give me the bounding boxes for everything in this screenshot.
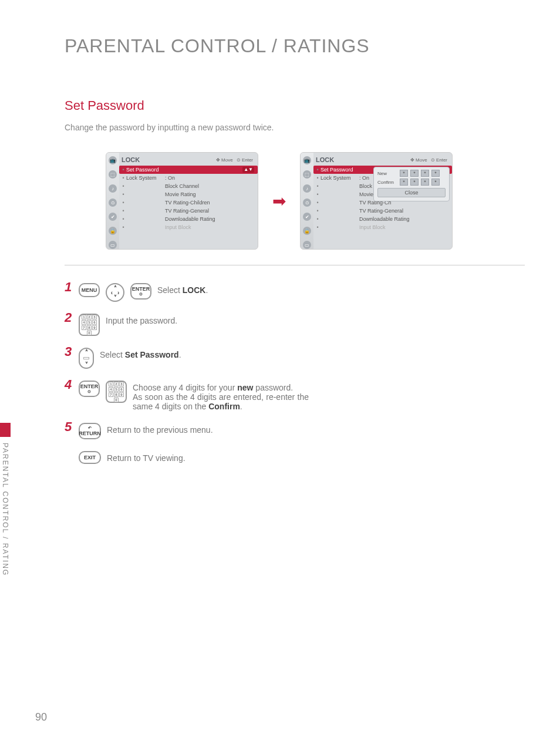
remote-return-button[interactable]: ↶ RETURN [79,423,101,439]
down-icon: ˅ [85,361,88,368]
tv-general-label: TV Rating-General [359,208,403,214]
up-icon: ˄ [85,349,88,355]
arrow-right-icon: ➡ [272,191,286,211]
step-4-text: Choose any 4 digits for your new passwor… [133,381,309,411]
menu-item-tv-general[interactable]: •TV Rating-General [119,207,258,215]
screen-title: LOCK [316,156,334,163]
remote-number-pad[interactable]: 123 456 789 0 [106,381,127,403]
return-icon: ↶ [88,426,92,430]
enter-icon: ⊙ [431,157,435,163]
move-label: Move [416,157,427,163]
sidebar-channel-icon: 📺 [109,156,117,164]
tv-general-label: TV Rating-General [165,208,209,214]
step-3-text: Select Set Password. [100,348,181,359]
lock-menu-screen-before: 📺 ⬚ ♪ ⊙ ✔ 🔒 ▭ LOCK ✥ Move ⊙ Enter [106,152,258,250]
enter-icon: ⊙ [237,157,241,163]
password-digit-new-2[interactable]: * [410,170,419,177]
password-digit-new-3[interactable]: * [421,170,429,177]
popup-new-label: New [377,171,397,176]
move-icon: ✥ [410,157,414,163]
remote-enter-button[interactable]: ENTER ⊙ [79,381,100,397]
sidebar-audio-icon: ♪ [109,184,117,193]
enter-button-sub: ⊙ [87,389,91,394]
screenshot-row: 📺 ⬚ ♪ ⊙ ✔ 🔒 ▭ LOCK ✥ Move ⊙ Enter [106,152,525,250]
lock-system-value: : On [359,175,369,181]
sidebar-input-icon: ▭ [109,241,117,249]
menu-item-set-password[interactable]: •Set Password ▲▼ [119,166,258,174]
block-channel-label: Block Channel [165,183,199,189]
screen-title: LOCK [122,156,140,163]
step-number-4: 4 [65,379,73,390]
menu-item-downloadable[interactable]: •Downloadable Rating [313,215,452,223]
password-digit-new-4[interactable]: * [431,170,440,177]
side-tab-marker [0,423,11,437]
tv-children-label: TV Rating-Children [165,200,210,206]
up-icon: ˄ [114,286,117,290]
set-password-label: Set Password [126,167,165,173]
lock-menu-screen-after: 📺 ⬚ ♪ ⊙ ✔ 🔒 ▭ LOCK ✥ Move ⊙ Enter [300,152,453,250]
step-number-3: 3 [65,346,73,357]
lock-system-label: Lock System [126,175,165,181]
enter-label: Enter [242,157,253,163]
password-digit-new-1[interactable]: * [400,170,408,177]
sidebar-option-icon: ✔ [109,213,117,221]
enter-button-label: ENTER [132,286,150,292]
page-number: 90 [35,711,47,724]
step-1-text: Select LOCK. [157,283,208,295]
sidebar-picture-icon: ⬚ [109,170,117,179]
move-label: Move [221,157,233,163]
side-tab-label: PARENTAL CONTROL / RATING [0,437,9,576]
updown-icon: ▲▼ [242,167,254,173]
downloadable-label: Downloadable Rating [165,216,215,222]
enter-button-label: ENTER [80,383,99,389]
step-number-5: 5 [65,422,73,432]
downloadable-label: Downloadable Rating [359,216,410,222]
step-5-text: Return to the previous menu. [107,423,213,435]
password-popup: New * * * * Confirm * * * [373,167,450,201]
password-digit-confirm-4[interactable]: * [431,179,440,186]
password-digit-confirm-1[interactable]: * [400,179,408,186]
menu-item-movie-rating[interactable]: •Movie Rating [119,190,258,198]
remote-menu-button[interactable]: MENU [79,283,100,297]
lock-system-label: Lock System [321,175,359,181]
sidebar-time-icon: ⊙ [303,198,311,207]
sidebar-input-icon: ▭ [303,241,311,249]
menu-item-input-block: •Input Block [313,223,452,231]
step-number-2: 2 [65,312,73,323]
step-2-text: Input the password. [106,314,177,325]
remote-enter-button[interactable]: ENTER ⊙ [130,283,151,300]
section-title: Set Password [65,98,525,113]
sidebar-option-icon: ✔ [303,213,311,221]
return-button-label: RETURN [79,430,101,436]
enter-button-sub: ⊙ [139,292,143,297]
step-number-1: 1 [65,282,73,292]
move-icon: ✥ [216,157,220,163]
steps-list: 1 MENU ˄ ‹› ˅ ENTER ⊙ Select LOCK. 2 123… [65,283,525,464]
remote-direction-button[interactable]: ˄ ‹› ˅ [106,283,124,302]
menu-item-tv-general[interactable]: •TV Rating-General [313,207,452,215]
exit-button-label: EXIT [84,455,96,460]
remote-updown-button[interactable]: ˄ ˅ [79,348,94,369]
password-digit-confirm-2[interactable]: * [410,179,419,186]
menu-item-lock-system[interactable]: •Lock System : On [119,174,258,182]
password-digit-confirm-3[interactable]: * [421,179,429,186]
section-description: Change the password by inputting a new p… [65,123,525,132]
right-icon: › [117,291,119,295]
menu-item-tv-children[interactable]: •TV Rating-Children [119,198,258,207]
menu-item-downloadable[interactable]: •Downloadable Rating [119,215,258,223]
left-icon: ‹ [111,291,113,295]
input-block-label: Input Block [165,224,191,230]
popup-confirm-label: Confirm [377,180,397,185]
set-password-label: Set Password [321,167,359,173]
remote-exit-button[interactable]: EXIT [79,451,101,464]
lock-system-value: : On [165,175,175,181]
down-icon: ˅ [114,295,117,300]
sidebar-lock-icon: 🔒 [109,227,117,235]
remote-number-pad[interactable]: 123 456 789 0 [79,314,100,336]
sidebar-channel-icon: 📺 [303,156,311,164]
exit-text: Return to TV viewing. [107,451,185,463]
popup-close-button[interactable]: Close [377,188,446,197]
menu-item-block-channel[interactable]: •Block Channel [119,182,258,190]
sidebar-audio-icon: ♪ [303,184,311,193]
sidebar-lock-icon: 🔒 [303,227,311,235]
